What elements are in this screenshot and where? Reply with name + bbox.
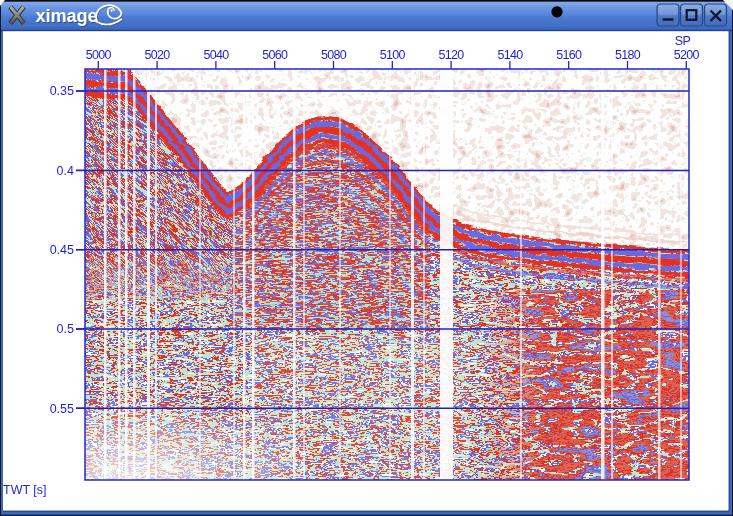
svg-text:5140: 5140 <box>497 48 523 62</box>
svg-text:ximage: ximage <box>36 6 98 26</box>
svg-text:5160: 5160 <box>556 48 582 62</box>
svg-text:5080: 5080 <box>321 48 347 62</box>
svg-text:0.5: 0.5 <box>57 322 74 336</box>
svg-text:5020: 5020 <box>145 48 171 62</box>
svg-text:5120: 5120 <box>439 48 465 62</box>
svg-text:5180: 5180 <box>615 48 641 62</box>
svg-text:0.4: 0.4 <box>57 164 74 178</box>
svg-text:5000: 5000 <box>86 48 112 62</box>
svg-text:0.45: 0.45 <box>50 243 74 257</box>
svg-text:SP: SP <box>675 34 691 48</box>
svg-text:5060: 5060 <box>262 48 288 62</box>
svg-text:5100: 5100 <box>380 48 406 62</box>
svg-text:0.35: 0.35 <box>50 84 74 98</box>
svg-text:TWT [s]: TWT [s] <box>3 483 47 497</box>
svg-text:5040: 5040 <box>203 48 229 62</box>
svg-text:0.55: 0.55 <box>50 402 74 416</box>
svg-text:5200: 5200 <box>674 48 700 62</box>
